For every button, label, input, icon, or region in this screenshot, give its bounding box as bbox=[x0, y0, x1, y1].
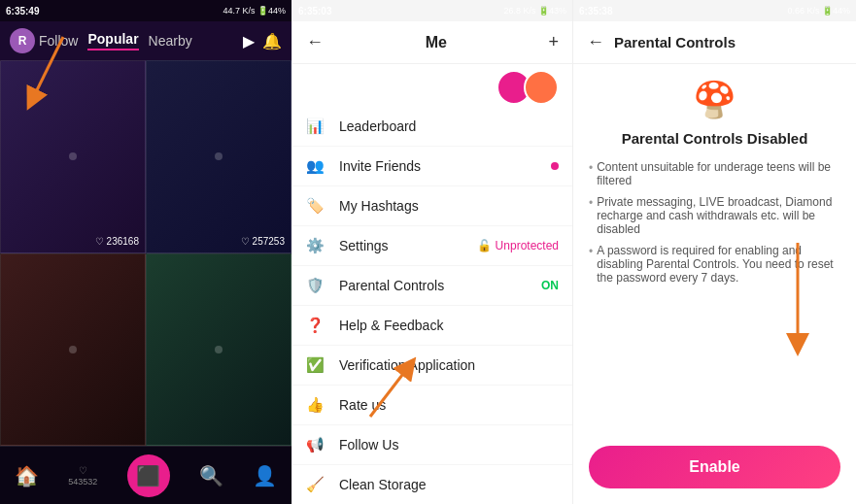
menu-item-2[interactable]: 🏷️My Hashtags bbox=[292, 186, 572, 226]
menu-item-icon-8: 📢 bbox=[306, 436, 327, 454]
time-2: 6:35:03 bbox=[298, 6, 331, 17]
bottom-nav: 🏠 ♡ 543532 ⬛ 🔍 👤 bbox=[0, 446, 291, 504]
menu-item-label-1: Invite Friends bbox=[339, 158, 551, 174]
dot-1 bbox=[69, 152, 77, 160]
parental-back-button[interactable]: ← bbox=[587, 32, 604, 52]
parental-shield-icon: 🍄 bbox=[693, 80, 736, 120]
status-icons-1: 44.7 K/s 🔋44% bbox=[223, 6, 286, 16]
enable-button[interactable]: Enable bbox=[589, 446, 840, 488]
menu-item-3[interactable]: ⚙️Settings🔓 Unprotected bbox=[292, 226, 572, 266]
menu-item-9[interactable]: 🧹Clean Storage bbox=[292, 465, 572, 504]
status-icons-3: 0.66 K/s 🔋44% bbox=[787, 6, 850, 16]
count-label: 543532 bbox=[68, 477, 97, 487]
search-nav-item[interactable]: 🔍 bbox=[199, 464, 223, 487]
count-icon: ♡ bbox=[79, 465, 87, 476]
profile-avatars bbox=[496, 70, 559, 105]
feed-panel: 6:35:49 44.7 K/s 🔋44% R Follow Popular N… bbox=[0, 0, 291, 504]
menu-panel: 6:35:03 26.8 K/s 🔋43% ← Me + 📊Leaderboar… bbox=[291, 0, 573, 504]
parental-panel: 6:35:38 0.66 K/s 🔋44% ← Parental Control… bbox=[573, 0, 856, 504]
bottom-count: ♡ 543532 bbox=[68, 465, 97, 487]
menu-item-label-5: Help & Feedback bbox=[339, 318, 559, 333]
dot-4 bbox=[215, 346, 223, 353]
menu-item-label-9: Clean Storage bbox=[339, 477, 559, 492]
menu-item-icon-4: 🛡️ bbox=[306, 277, 327, 294]
feed-cell-3[interactable] bbox=[0, 253, 146, 447]
avatar-2 bbox=[524, 70, 559, 105]
record-button[interactable]: ⬛ bbox=[127, 454, 170, 497]
home-nav-item[interactable]: 🏠 bbox=[15, 464, 39, 487]
menu-item-icon-5: ❓ bbox=[306, 317, 327, 334]
menu-item-5[interactable]: ❓Help & Feedback bbox=[292, 306, 572, 346]
add-button[interactable]: + bbox=[548, 32, 559, 52]
parental-bullet-2: Private messaging, LIVE broadcast, Diamo… bbox=[589, 195, 840, 236]
nav-popular[interactable]: Popular bbox=[87, 31, 138, 50]
svg-line-0 bbox=[32, 37, 63, 100]
menu-title: Me bbox=[426, 34, 447, 51]
menu-item-8[interactable]: 📢Follow Us bbox=[292, 425, 572, 465]
menu-item-label-4: Parental Controls bbox=[339, 278, 541, 293]
menu-item-status-3: 🔓 Unprotected bbox=[477, 239, 559, 252]
parental-icon-wrap: 🍄 bbox=[589, 80, 840, 120]
status-icons-2: 26.8 K/s 🔋43% bbox=[503, 6, 566, 16]
parental-header: ← Parental Controls bbox=[573, 21, 856, 64]
home-icon: 🏠 bbox=[15, 464, 39, 487]
time-1: 6:35:49 bbox=[6, 6, 39, 17]
feed-cell-4[interactable] bbox=[146, 253, 291, 447]
profile-preview bbox=[292, 64, 572, 107]
menu-item-0[interactable]: 📊Leaderboard bbox=[292, 107, 572, 147]
menu-item-icon-9: 🧹 bbox=[306, 476, 327, 493]
arrow-3 bbox=[759, 233, 837, 359]
menu-item-4[interactable]: 🛡️Parental ControlsON bbox=[292, 266, 572, 306]
dot-3 bbox=[69, 346, 77, 353]
status-bar-2: 6:35:03 26.8 K/s 🔋43% bbox=[292, 0, 572, 21]
menu-item-on-4: ON bbox=[541, 279, 559, 292]
live-icon[interactable]: ▶ bbox=[243, 32, 255, 50]
menu-item-1[interactable]: 👥Invite Friends bbox=[292, 147, 572, 186]
time-3: 6:35:38 bbox=[579, 6, 612, 17]
menu-item-label-8: Follow Us bbox=[339, 437, 559, 453]
menu-item-label-0: Leaderboard bbox=[339, 118, 559, 134]
menu-item-label-2: My Hashtags bbox=[339, 198, 559, 214]
nav-nearby[interactable]: Nearby bbox=[149, 33, 192, 49]
menu-item-label-3: Settings bbox=[339, 238, 477, 253]
menu-item-icon-7: 👍 bbox=[306, 396, 327, 414]
status-bar-1: 6:35:49 44.7 K/s 🔋44% bbox=[0, 0, 291, 21]
arrow-1 bbox=[15, 27, 83, 115]
likes-1: ♡ 236168 bbox=[95, 236, 139, 247]
bell-icon[interactable]: 🔔 bbox=[262, 32, 282, 50]
record-icon: ⬛ bbox=[136, 464, 160, 487]
menu-header: ← Me + bbox=[292, 21, 572, 64]
arrow-2 bbox=[360, 358, 438, 426]
menu-item-icon-3: ⚙️ bbox=[306, 237, 327, 254]
feed-cell-2[interactable]: ♡ 257253 bbox=[146, 60, 291, 253]
parental-bullet-1: Content unsuitable for underage teens wi… bbox=[589, 160, 840, 187]
menu-item-icon-6: ✅ bbox=[306, 356, 327, 374]
parental-title: Parental Controls bbox=[614, 34, 736, 50]
menu-back-button[interactable]: ← bbox=[306, 32, 324, 52]
feed-grid: ♡ 236168 ♡ 257253 bbox=[0, 60, 291, 446]
nav-icons: ▶ 🔔 bbox=[243, 32, 282, 50]
menu-item-icon-2: 🏷️ bbox=[306, 197, 327, 215]
dot-2 bbox=[215, 152, 223, 160]
profile-nav-item[interactable]: 👤 bbox=[253, 464, 277, 487]
search-icon: 🔍 bbox=[199, 464, 223, 487]
parental-heading: Parental Controls Disabled bbox=[589, 130, 840, 147]
svg-line-1 bbox=[370, 366, 409, 417]
status-bar-3: 6:35:38 0.66 K/s 🔋44% bbox=[573, 0, 856, 21]
menu-list: 📊Leaderboard👥Invite Friends🏷️My Hashtags… bbox=[292, 107, 572, 504]
menu-item-icon-0: 📊 bbox=[306, 118, 327, 135]
menu-item-badge-1 bbox=[551, 162, 559, 170]
likes-2: ♡ 257253 bbox=[241, 236, 285, 247]
menu-item-icon-1: 👥 bbox=[306, 157, 327, 175]
profile-icon: 👤 bbox=[253, 464, 277, 487]
